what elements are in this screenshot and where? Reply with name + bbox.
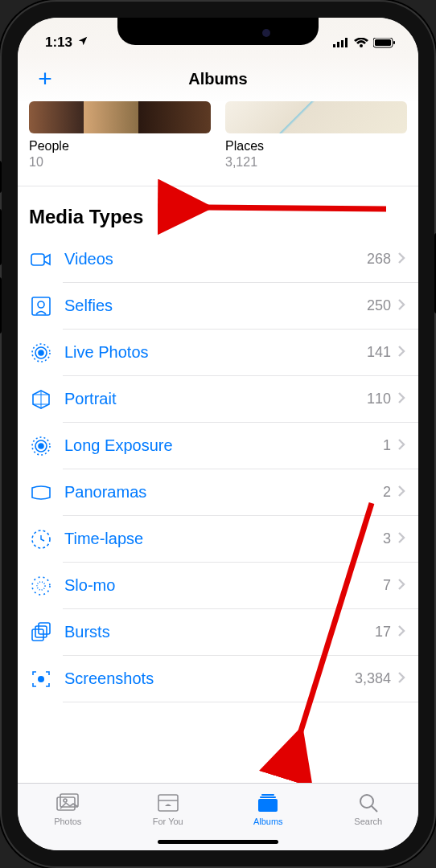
media-row-panoramas[interactable]: Panoramas 2 (18, 469, 418, 516)
chevron-right-icon (397, 624, 405, 641)
albums-icon (256, 791, 280, 815)
svg-point-13 (39, 444, 43, 448)
media-count: 17 (375, 624, 391, 641)
panoramas-icon (29, 481, 53, 505)
notch (117, 18, 319, 45)
svg-point-18 (37, 582, 45, 590)
media-row-portrait[interactable]: Portrait 110 (18, 376, 418, 423)
album-name: People (29, 138, 211, 155)
tab-bar: Photos For You Albums Search (18, 783, 418, 850)
svg-rect-1 (337, 42, 339, 47)
media-count: 250 (367, 297, 391, 314)
media-row-videos[interactable]: Videos 268 (18, 236, 418, 283)
navbar: + Albums (18, 56, 418, 101)
album-people-thumbnail (29, 101, 211, 133)
battery-icon (373, 38, 396, 48)
media-row-time-lapse[interactable]: Time-lapse 3 (18, 516, 418, 563)
portrait-icon (29, 387, 53, 411)
time-lapse-icon (29, 527, 53, 551)
tab-label: Photos (54, 817, 81, 826)
screen: 1:13 + Albums (18, 18, 418, 850)
location-icon (77, 35, 88, 51)
section-header-media-types: Media Types (18, 186, 418, 236)
svg-rect-0 (333, 44, 335, 47)
media-label: Bursts (64, 623, 375, 641)
chevron-right-icon (397, 298, 405, 314)
svg-rect-3 (345, 38, 348, 47)
media-count: 2 (383, 484, 391, 501)
chevron-right-icon (397, 345, 405, 361)
slo-mo-icon (29, 574, 53, 598)
video-icon (29, 248, 53, 272)
svg-rect-31 (258, 799, 278, 812)
album-places[interactable]: Places 3,121 (225, 101, 407, 170)
svg-rect-19 (32, 629, 43, 641)
album-name: Places (225, 138, 407, 155)
media-label: Slo-mo (64, 576, 383, 595)
svg-point-22 (38, 676, 44, 682)
svg-rect-6 (393, 41, 395, 44)
svg-rect-2 (341, 40, 343, 47)
chevron-right-icon (397, 671, 405, 687)
media-label: Long Exposure (64, 436, 383, 455)
svg-rect-30 (260, 796, 276, 798)
navbar-title: Albums (188, 70, 247, 88)
svg-point-32 (360, 795, 373, 808)
tab-label: Search (354, 817, 382, 826)
media-label: Selfies (64, 297, 367, 315)
media-row-selfies[interactable]: Selfies 250 (18, 283, 418, 330)
media-label: Videos (64, 250, 367, 268)
svg-rect-20 (35, 626, 47, 637)
svg-point-9 (38, 301, 44, 308)
media-label: Panoramas (64, 483, 383, 502)
for-you-icon (156, 791, 180, 815)
media-label: Portrait (64, 390, 367, 408)
album-places-thumbnail (225, 101, 407, 133)
svg-point-17 (32, 577, 50, 595)
chevron-right-icon (397, 531, 405, 547)
album-count: 10 (29, 155, 211, 170)
smart-albums-row: People 10 Places 3,121 (18, 101, 418, 186)
svg-point-10 (39, 350, 43, 355)
tab-for-you[interactable]: For You (118, 784, 219, 833)
media-row-slo-mo[interactable]: Slo-mo 7 (18, 563, 418, 609)
search-icon (356, 791, 380, 815)
album-people[interactable]: People 10 (29, 101, 211, 170)
media-row-live-photos[interactable]: Live Photos 141 (18, 330, 418, 376)
status-time: 1:13 (45, 35, 72, 51)
media-row-screenshots[interactable]: Screenshots 3,384 (18, 656, 418, 702)
screenshots-icon (29, 667, 53, 691)
tab-photos[interactable]: Photos (18, 784, 118, 833)
tab-search[interactable]: Search (319, 784, 419, 833)
photos-icon (56, 791, 80, 815)
live-photos-icon (29, 341, 53, 365)
media-label: Live Photos (64, 343, 367, 362)
cellular-icon (333, 38, 349, 47)
media-count: 7 (383, 577, 391, 594)
media-label: Time-lapse (64, 530, 383, 548)
media-count: 3,384 (355, 670, 391, 687)
wifi-icon (354, 38, 368, 48)
home-indicator[interactable] (158, 840, 278, 844)
content[interactable]: People 10 Places 3,121 Media Types Video… (18, 101, 418, 783)
media-types-list: Videos 268 Selfies 250 Live Photos 141 (18, 236, 418, 702)
section-title: Media Types (29, 206, 143, 228)
selfies-icon (29, 294, 53, 318)
svg-rect-29 (261, 794, 274, 796)
media-count: 141 (367, 344, 391, 361)
chevron-right-icon (397, 578, 405, 594)
media-row-long-exposure[interactable]: Long Exposure 1 (18, 423, 418, 469)
long-exposure-icon (29, 434, 53, 458)
add-button[interactable]: + (29, 63, 61, 95)
svg-rect-5 (375, 39, 391, 46)
svg-rect-7 (31, 254, 44, 265)
media-label: Screenshots (64, 669, 355, 688)
tab-albums[interactable]: Albums (218, 784, 319, 833)
tab-label: Albums (253, 817, 283, 826)
media-count: 110 (367, 391, 391, 407)
svg-point-27 (64, 799, 67, 802)
svg-rect-8 (32, 297, 50, 315)
album-count: 3,121 (225, 155, 407, 170)
media-row-bursts[interactable]: Bursts 17 (18, 609, 418, 656)
svg-rect-28 (158, 795, 178, 811)
